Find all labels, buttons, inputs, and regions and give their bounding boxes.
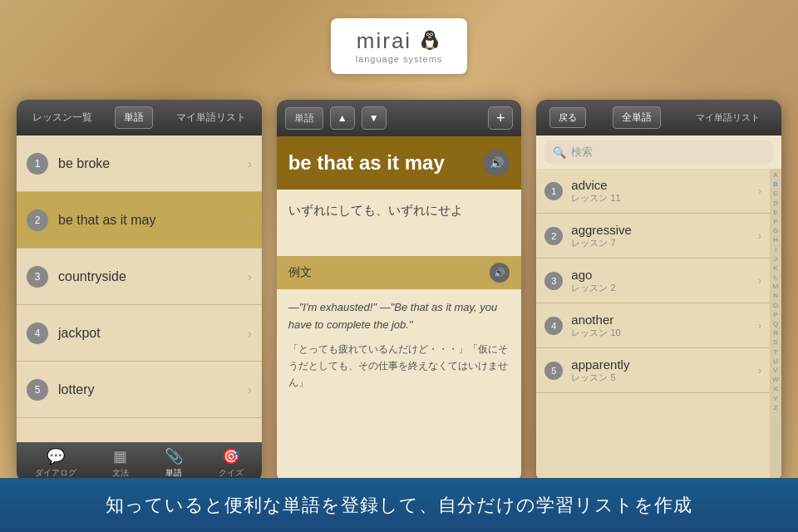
alpha-L[interactable]: L [774,273,777,282]
logo-subtitle: language systems [356,54,443,64]
vocabulary-list: 1 be broke › 2 be that as it may › 3 cou… [17,135,262,442]
search-field[interactable]: 🔍 検索 [544,140,773,164]
tab-all-words[interactable]: 全単語 [613,106,661,129]
alpha-M[interactable]: M [773,282,779,291]
word-lesson-1: レッスン 11 [571,192,758,204]
word-item-3[interactable]: 3 ago レッスン 2 › [536,259,770,303]
dialog-icon: 💬 [47,447,65,466]
alpha-Z[interactable]: Z [774,403,778,412]
panel-word-detail: 単語 ▲ ▼ + be that as it may 🔊 いずれにしても、いずれ… [277,100,522,482]
alpha-I[interactable]: I [775,245,776,254]
panel3-header: 戻る 全単語 マイ単語リスト [536,100,781,135]
vocab-num-5: 5 [27,379,48,401]
alpha-O[interactable]: O [773,301,778,310]
word-item-1[interactable]: 1 advice レッスン 11 › [536,169,770,214]
panel-vocabulary-list: レッスン一覧 単語 マイ単語リスト 1 be broke › 2 be that… [17,100,262,482]
panels-container: レッスン一覧 単語 マイ単語リスト 1 be broke › 2 be that… [0,91,798,474]
word-num-5: 5 [544,362,563,380]
vocab-word-5: lottery [58,382,248,397]
vocab-item-1[interactable]: 1 be broke › [17,135,262,192]
word-title-area: be that as it may 🔊 [277,136,522,190]
alpha-B[interactable]: B [773,180,777,189]
word-title: be that as it may [288,151,445,175]
words-list: 1 advice レッスン 11 › 2 aggressive レッスン 7 › [536,169,770,482]
prev-button[interactable]: ▲ [330,106,355,130]
word-name-5: apparently [571,357,758,372]
tab-my-word-list[interactable]: マイ単語リスト [168,107,254,128]
example-speaker-button[interactable]: 🔊 [490,263,510,283]
next-button[interactable]: ▼ [362,106,387,130]
alpha-C[interactable]: C [773,189,778,198]
alpha-X[interactable]: X [773,384,777,393]
vocab-num-3: 3 [27,266,48,288]
quiz-icon: 🎯 [222,447,240,466]
alpha-S[interactable]: S [773,337,777,347]
svg-point-10 [426,47,429,49]
alpha-N[interactable]: N [773,291,778,300]
alpha-W[interactable]: W [772,375,779,384]
alpha-F[interactable]: F [774,217,778,226]
tab-quiz-label: クイズ [219,467,244,479]
alpha-Y[interactable]: Y [773,394,777,403]
vocab-word-2: be that as it may [58,213,248,228]
word-info-5: apparently レッスン 5 [571,357,758,384]
tab-word-label: 単語 [165,467,182,479]
vocab-item-4[interactable]: 4 jackpot › [17,305,262,362]
tab-grammar[interactable]: ▦ 文法 [112,447,129,479]
alpha-V[interactable]: V [773,366,777,375]
word-arrow-4: › [758,320,761,332]
vocab-item-5[interactable]: 5 lottery › [17,362,262,418]
tab-my-list[interactable]: マイ単語リスト [687,108,768,127]
word-arrow-3: › [758,275,761,287]
word-item-2[interactable]: 2 aggressive レッスン 7 › [536,214,770,259]
p2-tab-word[interactable]: 単語 [285,107,323,130]
alpha-index: A B C D E F G H I J K L M N O P Q R S T [770,169,781,482]
tab-dialog-label: ダイアログ [35,467,76,479]
panel1-header: レッスン一覧 単語 マイ単語リスト [17,100,262,135]
alpha-J[interactable]: J [774,254,777,264]
svg-point-6 [431,33,432,35]
word-info-1: advice レッスン 11 [571,178,758,204]
word-num-1: 1 [544,182,563,200]
panel-all-words: 戻る 全単語 マイ単語リスト 🔍 検索 1 advice レッスン 11 › [536,100,781,482]
search-icon: 🔍 [553,146,566,159]
alpha-T[interactable]: T [774,347,778,357]
word-item-4[interactable]: 4 another レッスン 10 › [536,303,770,348]
example-area: —"I'm exhausted!" —"Be that as it may, y… [277,289,522,482]
alpha-R[interactable]: R [773,328,778,337]
alpha-E[interactable]: E [773,208,777,217]
word-name-3: ago [571,268,758,282]
alpha-D[interactable]: D [773,199,778,208]
word-item-5[interactable]: 5 apparently レッスン 5 › [536,348,770,393]
alpha-Q[interactable]: Q [773,319,778,328]
vocab-item-2[interactable]: 2 be that as it may › [17,192,262,249]
alpha-U[interactable]: U [773,357,778,366]
vocab-num-4: 4 [27,323,48,344]
word-arrow-5: › [758,365,761,377]
vocab-num-2: 2 [27,209,48,231]
word-lesson-4: レッスン 10 [571,327,758,339]
alpha-K[interactable]: K [773,264,777,273]
vocab-item-3[interactable]: 3 countryside › [17,249,262,305]
alpha-H[interactable]: H [773,235,778,244]
word-lesson-5: レッスン 5 [571,372,758,384]
tab-word[interactable]: 📎 単語 [165,447,183,479]
tab-grammar-label: 文法 [112,467,129,479]
alpha-A[interactable]: A [773,170,777,180]
svg-point-7 [428,36,431,38]
example-header: 例文 🔊 [277,256,522,289]
tab-quiz[interactable]: 🎯 クイズ [219,447,244,479]
vocab-word-4: jackpot [58,326,248,341]
vocab-arrow-2: › [248,214,252,227]
alpha-G[interactable]: G [773,226,778,235]
tab-vocabulary[interactable]: 単語 [115,106,153,129]
add-button[interactable]: + [488,106,513,130]
tab-dialog[interactable]: 💬 ダイアログ [35,447,76,479]
tab-lesson-list[interactable]: レッスン一覧 [24,107,101,128]
example-english: —"I'm exhausted!" —"Be that as it may, y… [288,299,510,334]
back-button[interactable]: 戻る [549,107,586,128]
word-num-4: 4 [544,317,563,335]
speaker-button[interactable]: 🔊 [483,150,510,176]
logo-text: mirai [357,28,411,54]
alpha-P[interactable]: P [773,310,777,319]
